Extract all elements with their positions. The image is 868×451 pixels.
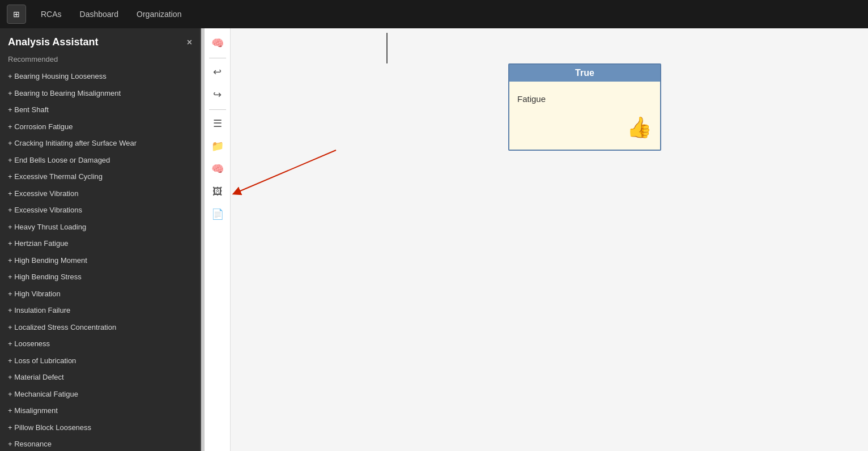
list-item[interactable]: Excessive Vibration [0, 185, 200, 202]
sidebar-title: Analysis Assistant [8, 36, 98, 48]
ai-icon[interactable]: 🧠 [207, 159, 228, 179]
sidebar-header: Analysis Assistant × [0, 28, 200, 53]
list-item[interactable]: Mechanical Fatigue [0, 386, 200, 403]
list-item[interactable]: High Bending Stress [0, 269, 200, 286]
app-logo[interactable]: ⊞ [7, 5, 26, 24]
list-item[interactable]: Looseness [0, 335, 200, 352]
rail-divider [209, 109, 226, 110]
list-item[interactable]: Corrosion Fatigue [0, 118, 200, 135]
rail-divider [209, 58, 226, 58]
doc-icon[interactable]: 📄 [207, 204, 228, 224]
nav-dashboard[interactable]: Dashboard [76, 7, 122, 21]
redo-icon[interactable]: ↪ [207, 84, 228, 105]
list-item[interactable]: Pillow Block Looseness [0, 419, 200, 436]
list-item[interactable]: Resonance [0, 436, 200, 451]
list-item[interactable]: Heavy Thrust Loading [0, 219, 200, 236]
list-item[interactable]: High Bending Moment [0, 252, 200, 269]
fatigue-node-body-label: Fatigue [517, 94, 546, 104]
thumbs-up-icon: 👍 [627, 116, 652, 139]
list-item[interactable]: Cracking Initiating after Surface Wear [0, 135, 200, 152]
list-item[interactable]: Hertzian Fatigue [0, 235, 200, 252]
fatigue-node[interactable]: True Fatigue 👍 [508, 63, 661, 151]
list-item[interactable]: Excessive Vibrations [0, 202, 200, 219]
list-icon[interactable]: ☰ [207, 113, 228, 134]
image-icon[interactable]: 🖼 [207, 181, 228, 202]
list-item[interactable]: Localized Stress Concentration [0, 319, 200, 336]
list-item[interactable]: Excessive Thermal Cycling [0, 168, 200, 185]
sidebar-close-button[interactable]: × [187, 37, 192, 48]
fatigue-node-header: True [509, 65, 660, 82]
main-layout: Analysis Assistant × Recommended Bearing… [0, 28, 868, 451]
list-item[interactable]: Loss of Lubrication [0, 352, 200, 369]
list-item[interactable]: Bearing Housing Looseness [0, 68, 200, 85]
sidebar-section-recommended: Recommended [0, 53, 200, 68]
fatigue-node-header-label: True [575, 68, 594, 78]
list-item[interactable]: Misalignment [0, 402, 200, 419]
list-item[interactable]: Insulation Failure [0, 302, 200, 319]
svg-line-1 [236, 150, 336, 193]
list-item[interactable]: Bearing to Bearing Misalignment [0, 85, 200, 102]
analysis-assistant-sidebar: Analysis Assistant × Recommended Bearing… [0, 28, 201, 451]
logo-icon: ⊞ [13, 10, 20, 19]
list-item[interactable]: Bent Shaft [0, 101, 200, 118]
nav-organization[interactable]: Organization [133, 7, 185, 21]
list-item[interactable]: Material Defect [0, 369, 200, 386]
brain-icon[interactable]: 🧠 [207, 33, 228, 53]
icon-rail: 🧠 ↩ ↪ ☰ 📁 🧠 🖼 📄 [205, 28, 231, 451]
undo-icon[interactable]: ↩ [207, 62, 228, 82]
fatigue-node-body: Fatigue 👍 [509, 82, 660, 150]
folder-icon[interactable]: 📁 [207, 136, 228, 156]
list-item[interactable]: High Vibration [0, 286, 200, 303]
nav-rcas[interactable]: RCAs [37, 7, 65, 21]
list-item[interactable]: End Bells Loose or Damaged [0, 152, 200, 169]
canvas-area[interactable]: True Fatigue 👍 [231, 28, 868, 451]
top-navigation: ⊞ RCAs Dashboard Organization [0, 0, 868, 28]
